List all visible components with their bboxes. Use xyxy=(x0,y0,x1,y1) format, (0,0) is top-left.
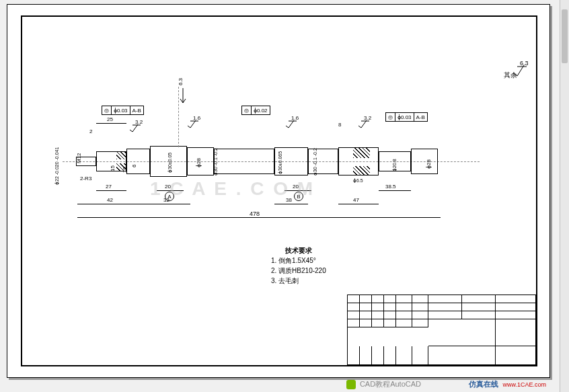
hatch-2a xyxy=(353,147,370,158)
shaft-seg10 xyxy=(411,149,438,174)
shaft-seg5 xyxy=(214,149,274,174)
dim-27: 27 xyxy=(106,184,112,190)
gdt-symbol: ◎ xyxy=(102,106,112,114)
dim-19: 19 xyxy=(122,167,128,173)
vertical-scrollbar[interactable] xyxy=(560,0,569,392)
gdt-symbol: ◎ xyxy=(386,113,395,121)
dim-6: 6 xyxy=(131,165,137,167)
footer-left-text: CAD教程AutoCAD xyxy=(360,379,421,389)
gdt-frame-left: ◎ ϕ0.03 A-B xyxy=(102,106,144,115)
dim-phi22: ϕ22 -0.020 -0.041 xyxy=(54,147,60,185)
dim-phi20-8: ϕ20.8 xyxy=(392,159,397,171)
dim-line-38-5 xyxy=(379,190,411,191)
tech-req-title: 技术要求 xyxy=(271,245,326,256)
dim-phi30-065: ϕ30±0.065 xyxy=(278,151,283,174)
break-line-2 xyxy=(22,56,23,95)
dim-38: 38 xyxy=(286,197,292,203)
surface-mark-4: 3.2 xyxy=(357,119,369,128)
dim-38-5: 38.5 xyxy=(385,184,396,190)
tech-req-item: 1. 倒角1.5X45° xyxy=(271,256,326,266)
hatch-2b xyxy=(353,166,370,175)
dim-phi30-05: ϕ30±0.05 xyxy=(167,153,173,173)
drawing-frame: 其余 6.3 ◎ ϕ0.03 A xyxy=(21,15,537,366)
datum-b: B xyxy=(294,192,303,201)
dim-42: 42 xyxy=(107,197,113,203)
dim-line-20a xyxy=(157,190,184,191)
dim-line-47 xyxy=(338,204,379,204)
dim-25: 25 xyxy=(107,116,113,122)
dim-line-25 xyxy=(96,123,126,124)
gdt-tol: ϕ0.03 xyxy=(395,113,414,121)
dim-line-478 xyxy=(77,217,441,218)
section-pointer xyxy=(178,87,179,147)
dim-20a: 20 xyxy=(165,184,171,190)
dim-line-42 xyxy=(77,204,150,204)
gdt-frame-mid: ◎ ϕ0.02 xyxy=(241,106,270,115)
surface-mark-1: 3.2 xyxy=(128,123,141,132)
gdt-symbol: ◎ xyxy=(242,106,252,114)
shaft-seg2 xyxy=(126,149,150,174)
footer-brand: 仿真在线 xyxy=(469,379,498,389)
gdt-datum: A-B xyxy=(130,106,143,114)
gdt-frame-right: ◎ ϕ0.03 A-B xyxy=(385,112,428,122)
dim-line-20b xyxy=(284,190,311,191)
dim-line-32 xyxy=(150,204,190,204)
scrollbar-thumb[interactable] xyxy=(562,9,568,63)
tech-req-item: 3. 去毛刺 xyxy=(271,276,326,286)
title-block xyxy=(347,295,536,365)
break-line-1 xyxy=(22,17,23,56)
dim-phi28a: ϕ28 xyxy=(196,158,202,167)
dim-phi30-01b: ϕ30 -0.1 -0.2 xyxy=(313,148,318,175)
tech-req-item: 2. 调质HB210-220 xyxy=(271,266,326,276)
gdt-tol: ϕ0.03 xyxy=(112,106,130,114)
dim-line-38 xyxy=(274,204,308,204)
ra-value: 3.2 xyxy=(364,115,371,121)
ra-value: 3.2 xyxy=(135,119,143,125)
ra-value: 1.6 xyxy=(291,115,299,121)
footer-left: CAD教程AutoCAD xyxy=(346,379,421,389)
ra-value: 6.3 xyxy=(178,78,184,85)
dim-phi28b: ϕ28 xyxy=(426,159,432,169)
dim-phi6-5: ϕ6.5 xyxy=(353,178,363,184)
surface-mark-2: 1.6 xyxy=(186,119,198,128)
wechat-icon xyxy=(346,380,356,389)
dim-line-27 xyxy=(96,190,126,191)
dim-8: 8 xyxy=(338,122,341,128)
dim-15: 15 xyxy=(110,165,116,171)
surface-finish-general: 6.3 xyxy=(512,64,528,77)
dim-478: 478 xyxy=(250,210,260,217)
dim-m12: M12 xyxy=(76,153,82,163)
dim-phi30-01: ϕ30 -0.1 -0.2 xyxy=(213,148,219,175)
hatch-1a xyxy=(116,151,126,159)
gdt-datum: A-B xyxy=(414,113,427,121)
footer-url: www.1CAE.com xyxy=(502,381,546,388)
general-ra-value: 6.3 xyxy=(520,60,529,67)
tech-requirements: 技术要求 1. 倒角1.5X45° 2. 调质HB210-220 3. 去毛刺 xyxy=(271,245,326,286)
dim-47: 47 xyxy=(353,197,359,203)
dim-2: 2 xyxy=(89,128,92,134)
dim-2r3: 2-R3 xyxy=(80,175,91,182)
drawing-sheet: 其余 6.3 ◎ ϕ0.03 A xyxy=(7,4,550,378)
footer-right: 仿真在线 www.1CAE.com xyxy=(469,379,546,389)
surface-mark-3: 1.6 xyxy=(284,119,297,128)
dim-20b: 20 xyxy=(293,184,299,190)
dim-32: 32 xyxy=(163,197,169,203)
gdt-tol: ϕ0.02 xyxy=(252,106,270,114)
ra-value: 1.6 xyxy=(193,115,200,121)
